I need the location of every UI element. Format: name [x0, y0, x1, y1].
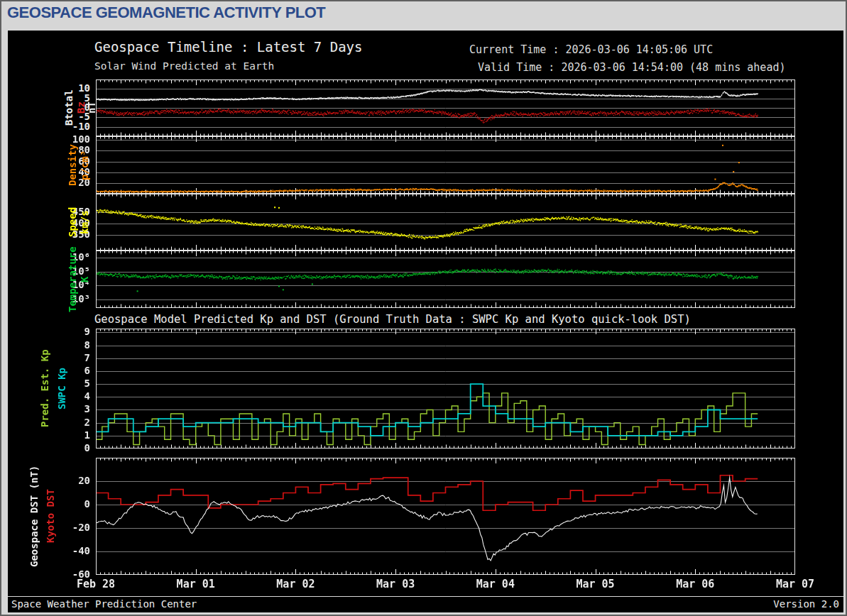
page: GEOSPACE GEOMAGNETIC ACTIVITY PLOT Geosp… [0, 0, 847, 616]
panel-density [96, 136, 795, 194]
temperature-chart-canvas [96, 251, 795, 308]
footer-version: Version 2.0 [773, 598, 839, 612]
panel-kp [96, 329, 795, 449]
axis-label-dst-2: Kyoto DST [44, 458, 57, 575]
panel-temperature [96, 251, 795, 308]
x-tick-label: Mar 01 [164, 578, 228, 590]
axis-label-density-1: Density [66, 136, 79, 194]
footer: Space Weather Prediction Center Version … [8, 596, 843, 612]
axis-label-imf-1: Btotal [62, 79, 75, 136]
plot-frame: Geospace Timeline : Latest 7 Days Curren… [7, 30, 844, 613]
page-title: GEOSPACE GEOMAGNETIC ACTIVITY PLOT [7, 4, 325, 22]
x-tick-label: Mar 04 [464, 578, 528, 590]
axis-label-temperature-2: K [78, 251, 91, 308]
section-title-kp-dst: Geospace Model Predicted Kp and DST (Gro… [94, 313, 691, 326]
axis-label-temperature-1: Temperature [66, 251, 79, 308]
y-tick-label: -20 [52, 522, 90, 534]
y-tick-label: 0 [52, 498, 90, 510]
current-time: Current Time : 2026-03-06 14:05:06 UTC [469, 43, 713, 56]
x-tick-label: Mar 05 [564, 578, 628, 590]
panel-imf [96, 79, 795, 136]
footer-source: Space Weather Prediction Center [11, 598, 197, 612]
panel-dst [96, 458, 795, 575]
y-tick-label: 20 [52, 475, 90, 487]
density-chart-canvas [96, 136, 795, 194]
axis-label-dst-1: Geospace DST (nT) [28, 458, 40, 575]
axis-label-speed-2: km/s [78, 194, 91, 251]
x-tick-label: Mar 06 [663, 578, 727, 590]
axis-label-speed-1: Speed [66, 194, 79, 251]
axis-label-kp-1: Pred. Est. Kp [38, 329, 51, 449]
axis-label-density-2: p/cm³ [78, 136, 91, 194]
plot-title: Geospace Timeline : Latest 7 Days [94, 39, 363, 55]
valid-time: Valid Time : 2026-03-06 14:54:00 (48 min… [478, 61, 785, 74]
x-tick-label: Mar 07 [763, 578, 827, 590]
y-tick-label: -40 [52, 545, 90, 557]
plot-subtitle: Solar Wind Predicted at Earth [94, 60, 274, 72]
speed-chart-canvas [96, 194, 795, 251]
panel-speed [96, 194, 795, 251]
axis-label-imf-3: nT [85, 79, 98, 136]
x-tick-label: Mar 02 [263, 578, 327, 590]
kp-chart-canvas [96, 329, 795, 449]
dst-chart-canvas [96, 458, 795, 575]
axis-label-kp-2: SWPC Kp [55, 329, 68, 449]
x-tick-label: Mar 03 [364, 578, 427, 590]
imf-chart-canvas [96, 79, 795, 136]
x-tick-label: Feb 28 [64, 578, 128, 590]
